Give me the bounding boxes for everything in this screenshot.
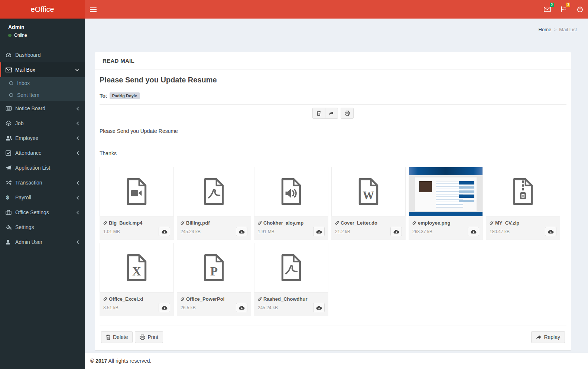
attachment-meta: 8.51 kB [103,303,170,312]
attachment-size: 21.2 kB [335,229,350,234]
download-button[interactable] [159,227,170,236]
attachment-size: 180.47 kB [490,229,510,234]
navbar: 3 3 [85,0,588,19]
print-icon [140,334,145,340]
cloud-download-icon [548,229,554,234]
thumbnail-body [415,177,477,211]
attachment-size: 268.37 kB [412,229,432,234]
trash-icon [316,111,321,116]
delete-mail-button[interactable] [312,108,325,119]
cloud-download-icon [239,306,245,310]
online-status-icon [8,34,12,37]
chevron-left-icon [77,136,79,140]
sidebar-item-payroll[interactable]: $ Payroll [0,190,85,205]
paper-plane-icon [6,165,15,170]
mail-recipients: To: Padrig Doyle [100,92,566,99]
attachment-meta: 26.5 kB [181,303,247,312]
sidebar-item-attendance[interactable]: Attendance [0,146,85,160]
sidebar-item-transaction[interactable]: Transaction [0,175,85,190]
download-button[interactable] [313,303,325,312]
sidebar-item-office-settings[interactable]: Office Settings [0,205,85,220]
sidebar-item-settings[interactable]: Settings [0,220,85,235]
sidebar-item-label: Office Settings [15,209,77,215]
circle-icon [9,93,13,97]
check-square-icon [6,150,15,156]
attachment-info: Office_PowerPoi 26.5 kB [177,293,251,316]
mail-body-line: Please Send you Update Resume [100,128,566,134]
panel-header: READ MAIL [95,52,571,70]
sidebar-item-employee[interactable]: Employee [0,131,85,146]
attachment-card: Billing.pdf 245.24 kB [177,167,251,240]
print-mail-button[interactable] [341,108,354,119]
sidebar-item-label: Employee [15,135,77,141]
replay-button[interactable]: Replay [531,331,565,343]
top-navbar: eOffice 3 3 [0,0,588,19]
sidebar-item-sent-item[interactable]: Sent Item [0,89,85,101]
breadcrumb-home[interactable]: Home [539,27,552,32]
sidebar-item-dashboard[interactable]: Dashboard [0,48,85,62]
attachment-name[interactable]: Office_PowerPoi [181,296,247,302]
sidebar-item-notice-board[interactable]: Notice Board [0,101,85,116]
attachment-meta: 21.2 kB [335,227,402,236]
attachment-size: 1.91 MB [258,229,274,234]
attachment-info: Chokher_aloy.mp 1.91 MB [254,216,328,240]
app-logo[interactable]: eOffice [0,0,85,19]
attachment-name[interactable]: Chokher_aloy.mp [258,220,325,226]
logout-button[interactable] [572,0,588,19]
attachment-card: X Office_Excel.xl 8.51 kB [100,243,174,316]
attachment-name[interactable]: Billing.pdf [181,220,247,226]
download-button[interactable] [236,227,247,236]
svg-text:P: P [210,265,218,278]
cloud-download-icon [162,306,168,310]
attachment-info: employee.png 268.37 kB [409,216,483,240]
download-button[interactable] [159,303,170,312]
copyright-year: © 2017 [90,358,107,364]
breadcrumb-current: Mail List [559,27,577,32]
attachment-name[interactable]: Cover_Letter.do [335,220,402,226]
sidebar-item-inbox[interactable]: Inbox [0,77,85,89]
trash-icon [106,334,111,340]
read-mail-panel: READ MAIL Please Send you Update Resume … [95,52,571,350]
paperclip-icon [335,221,340,225]
sidebar-item-label: Attendance [15,150,77,156]
chevron-left-icon [77,121,79,125]
attachment-name[interactable]: MY_CV.zip [490,220,556,226]
forward-mail-button[interactable] [325,108,338,119]
print-button[interactable]: Print [135,331,163,343]
download-button[interactable] [236,303,247,312]
paperclip-icon [412,221,417,225]
attachment-size: 245.24 kB [258,305,278,310]
notifications-menu[interactable]: 3 [555,0,572,19]
sidebar-item-label: Admin User [15,239,77,245]
svg-text:$: $ [6,195,9,200]
chevron-left-icon [77,181,79,185]
shuffle-icon [6,180,15,185]
chevron-left-icon [77,151,79,155]
attachment-name[interactable]: Rashed_Chowdhur [258,296,325,302]
download-button[interactable] [545,227,556,236]
chevron-left-icon [77,210,79,215]
sidebar-item-mailbox[interactable]: Mail Box [0,62,85,77]
sidebar-item-application-list[interactable]: Application List [0,160,85,175]
file-powerpoint-icon: P [177,243,251,293]
attachment-meta: 180.47 kB [490,227,556,236]
print-button-label: Print [147,334,158,340]
attachment-name[interactable]: Big_Buck.mp4 [103,220,170,226]
download-button[interactable] [313,227,325,236]
delete-button[interactable]: Delete [101,331,133,343]
paperclip-icon [103,297,108,301]
file-audio-icon [254,167,328,216]
sidebar-item-label: Dashboard [15,52,79,58]
sidebar-item-job[interactable]: Job [0,116,85,131]
attachment-name[interactable]: employee.png [412,220,479,226]
sidebar-toggle-button[interactable] [85,0,102,19]
cloud-download-icon [239,229,245,234]
messages-badge: 3 [550,3,554,7]
download-button[interactable] [468,227,479,236]
download-button[interactable] [390,227,402,236]
sidebar-item-admin-user[interactable]: Admin User [0,235,85,249]
attachment-name[interactable]: Office_Excel.xl [103,296,170,302]
page-footer: © 2017 All rights reserved. [85,353,588,369]
svg-text:X: X [132,265,141,278]
messages-menu[interactable]: 3 [539,0,555,19]
